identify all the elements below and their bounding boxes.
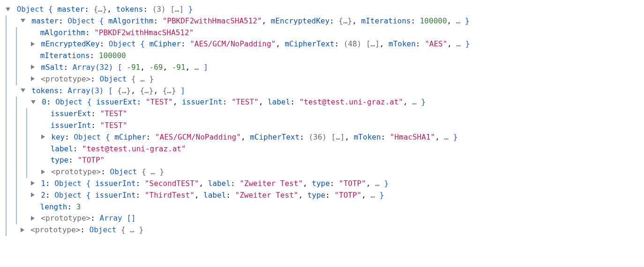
disclosure-down-icon[interactable] bbox=[6, 7, 10, 11]
disclosure-right-icon[interactable] bbox=[31, 65, 35, 69]
ellipsis: {…} bbox=[93, 5, 107, 14]
disclosure-right-icon[interactable] bbox=[31, 42, 35, 46]
type-label: Object bbox=[67, 16, 95, 25]
tree-row-master[interactable]: master: Object { mAlgorithm: "PBKDF2with… bbox=[6, 15, 638, 27]
tokens-count: (3) bbox=[152, 5, 166, 14]
tree-row-token-0[interactable]: 0: Object { issuerExt: "TEST", issuerInt… bbox=[6, 96, 638, 108]
disclosure-down-icon[interactable] bbox=[21, 89, 25, 92]
key-tokens: tokens bbox=[116, 5, 143, 14]
disclosure-right-icon[interactable] bbox=[31, 216, 35, 221]
tree-row-token-1[interactable]: 1: Object { issuerInt: "SecondTEST", lab… bbox=[6, 178, 638, 190]
disclosure-right-icon[interactable] bbox=[31, 76, 35, 81]
disclosure-right-icon[interactable] bbox=[31, 181, 35, 185]
tree-row-tokens-prototype[interactable]: <prototype>: Array [] bbox=[6, 213, 638, 224]
type-label: Object bbox=[17, 5, 44, 14]
tree-guide bbox=[6, 15, 13, 27]
tree-row-master-prototype[interactable]: <prototype>: Object { … } bbox=[6, 74, 638, 85]
array-ellipsis: […] bbox=[170, 5, 184, 14]
tree-row-token-2[interactable]: 2: Object { issuerInt: "ThirdTest", labe… bbox=[6, 190, 638, 201]
disclosure-right-icon[interactable] bbox=[41, 134, 45, 139]
disclosure-down-icon[interactable] bbox=[31, 100, 36, 104]
tree-row-token0-type[interactable]: type: "TOTP" bbox=[6, 155, 638, 166]
tree-row-root[interactable]: Object { master: {…}, tokens: (3) […] } bbox=[6, 4, 638, 15]
tree-row-mencryptedkey[interactable]: mEncryptedKey: Object { mCipher: "AES/GC… bbox=[6, 38, 638, 50]
key-master: master bbox=[57, 5, 84, 14]
tree-row-token0-issuerext[interactable]: issuerExt: "TEST" bbox=[6, 108, 638, 120]
tree-row-tokens-length[interactable]: length: 3 bbox=[6, 201, 638, 213]
key-master: master bbox=[31, 16, 59, 25]
disclosure-right-icon[interactable] bbox=[31, 193, 35, 197]
disclosure-right-icon[interactable] bbox=[21, 228, 24, 232]
disclosure-right-icon[interactable] bbox=[41, 170, 45, 174]
tree-row-token0-prototype[interactable]: <prototype>: Object { … } bbox=[6, 166, 638, 178]
tree-row-msalt[interactable]: mSalt: Array(32) [ -91, -69, -91, … ] bbox=[6, 62, 638, 74]
tree-row-token0-label[interactable]: label: "test@test.uni-graz.at" bbox=[6, 143, 638, 155]
tree-row-token0-issuerint[interactable]: issuerInt: "TEST" bbox=[6, 120, 638, 132]
tree-row-malgorithm[interactable]: mAlgorithm: "PBKDF2withHmacSHA512" bbox=[6, 27, 638, 39]
tree-row-tokens[interactable]: tokens: Array(3) [ {…}, {…}, {…} ] bbox=[6, 85, 638, 97]
tree-row-token0-key[interactable]: key: Object { mCipher: "AES/GCM/NoPaddin… bbox=[6, 132, 638, 143]
tree-row-root-prototype[interactable]: <prototype>: Object { … } bbox=[6, 224, 638, 236]
tree-row-miterations[interactable]: mIterations: 100000 bbox=[6, 50, 638, 62]
disclosure-down-icon[interactable] bbox=[21, 19, 25, 22]
